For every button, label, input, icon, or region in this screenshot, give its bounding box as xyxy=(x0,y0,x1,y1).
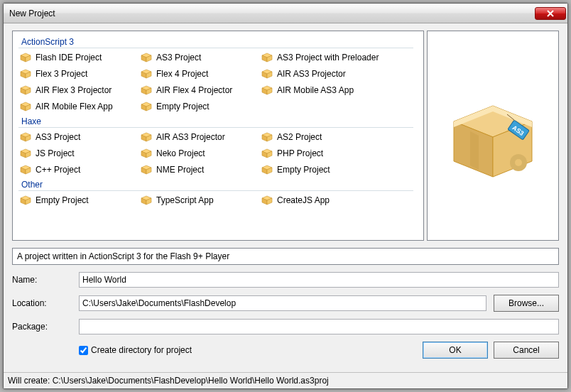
template-label: Flash IDE Project xyxy=(36,53,102,62)
template-item[interactable]: Flex 3 Project xyxy=(18,66,139,81)
template-item[interactable]: C++ Project xyxy=(18,162,139,177)
template-label: TypeScript App xyxy=(156,195,214,205)
svg-point-13 xyxy=(515,159,522,166)
category-grid: Flash IDE ProjectAS3 ProjectAS3 Project … xyxy=(18,50,422,114)
window-title: New Project xyxy=(9,9,535,18)
template-label: Flex 3 Project xyxy=(36,69,87,79)
box-icon xyxy=(20,52,31,63)
preview-panel: AS3 xyxy=(427,31,559,241)
box-icon xyxy=(261,148,273,159)
box-icon xyxy=(261,131,273,143)
template-item[interactable]: Empty Project xyxy=(139,99,260,114)
template-label: AIR Mobile Flex App xyxy=(36,102,113,111)
box-icon xyxy=(20,148,31,159)
box-icon xyxy=(20,101,31,112)
box-icon xyxy=(20,195,31,206)
template-label: AIR Flex 4 Projector xyxy=(156,85,232,95)
template-label: PHP Project xyxy=(277,148,323,158)
template-label: AS3 Project xyxy=(36,132,80,142)
template-label: CreateJS App xyxy=(277,195,330,205)
browse-button[interactable]: Browse... xyxy=(494,295,559,312)
template-label: AS2 Project xyxy=(277,132,322,142)
template-label: AS3 Project with Preloader xyxy=(277,53,379,62)
template-item[interactable]: Flash IDE Project xyxy=(18,50,139,65)
template-item[interactable]: AIR AS3 Projector xyxy=(260,66,409,81)
template-item[interactable]: AS3 Project with Preloader xyxy=(260,50,409,65)
template-label: Empty Project xyxy=(277,165,330,175)
template-item[interactable]: PHP Project xyxy=(260,146,409,160)
template-item[interactable]: AIR Mobile Flex App xyxy=(18,99,139,114)
category-grid: Empty ProjectTypeScript AppCreateJS App xyxy=(18,192,422,207)
template-label: AIR Mobile AS3 App xyxy=(277,85,354,95)
client-area: ActionScript 3Flash IDE ProjectAS3 Proje… xyxy=(4,23,567,372)
close-icon xyxy=(547,10,554,17)
category-grid: AS3 ProjectAIR AS3 ProjectorAS2 ProjectJ… xyxy=(18,129,422,177)
box-icon xyxy=(261,195,273,206)
category-header: Other xyxy=(18,178,413,191)
template-item[interactable]: Flex 4 Project xyxy=(139,66,260,81)
box-icon xyxy=(20,164,31,175)
template-item[interactable]: AS3 Project xyxy=(18,129,139,144)
box-icon xyxy=(141,68,152,80)
template-item[interactable]: Neko Project xyxy=(139,146,260,160)
name-input[interactable] xyxy=(79,272,559,288)
new-project-window: New Project ActionScript 3Flash IDE Proj… xyxy=(3,3,568,389)
template-item[interactable]: AIR Flex 3 Projector xyxy=(18,82,139,97)
template-label: AIR AS3 Projector xyxy=(277,69,346,79)
template-item[interactable]: AIR Flex 4 Projector xyxy=(139,82,260,97)
template-label: Empty Project xyxy=(36,195,89,205)
name-row: Name: xyxy=(12,272,559,288)
box-icon xyxy=(141,101,152,112)
template-item[interactable]: AIR Mobile AS3 App xyxy=(260,82,409,97)
preview-box-icon: AS3 xyxy=(443,86,543,185)
template-item[interactable]: Empty Project xyxy=(18,192,139,207)
location-row: Location: Browse... xyxy=(12,295,559,312)
template-label: AS3 Project xyxy=(156,53,201,62)
template-label: JS Project xyxy=(36,148,75,158)
template-list[interactable]: ActionScript 3Flash IDE ProjectAS3 Proje… xyxy=(12,31,424,241)
box-icon xyxy=(261,85,273,96)
template-item[interactable]: NME Project xyxy=(139,162,260,177)
box-icon xyxy=(261,164,273,175)
location-label: Location: xyxy=(12,298,72,308)
template-item[interactable]: CreateJS App xyxy=(260,192,409,207)
titlebar[interactable]: New Project xyxy=(4,4,567,23)
svg-marker-11 xyxy=(470,131,479,170)
box-icon xyxy=(141,85,152,96)
create-directory-label[interactable]: Create directory for project xyxy=(79,345,417,355)
template-label: Neko Project xyxy=(156,148,205,158)
box-icon xyxy=(20,68,31,80)
template-item[interactable]: TypeScript App xyxy=(139,192,260,207)
box-icon xyxy=(141,148,152,159)
box-icon xyxy=(261,52,273,63)
box-icon xyxy=(141,131,152,143)
box-icon xyxy=(261,68,273,80)
box-icon xyxy=(141,52,152,63)
template-item[interactable]: AS3 Project xyxy=(139,50,260,65)
template-label: Empty Project xyxy=(156,102,210,111)
package-input[interactable] xyxy=(79,319,559,334)
ok-button[interactable]: OK xyxy=(423,342,488,359)
template-item[interactable]: AIR AS3 Projector xyxy=(139,129,260,144)
template-item[interactable]: Empty Project xyxy=(260,162,409,177)
location-input[interactable] xyxy=(79,295,486,311)
box-icon xyxy=(141,164,152,175)
create-directory-checkbox[interactable] xyxy=(79,346,88,355)
template-description: A project written in ActionScript 3 for … xyxy=(12,248,559,265)
template-item[interactable]: AS2 Project xyxy=(260,129,409,144)
status-bar: Will create: C:\Users\Jake\Documents\Fla… xyxy=(4,372,567,388)
box-icon xyxy=(141,195,152,206)
name-label: Name: xyxy=(12,275,72,285)
create-directory-text: Create directory for project xyxy=(91,345,192,355)
template-label: C++ Project xyxy=(36,165,80,175)
category-header: Haxe xyxy=(18,115,413,128)
box-icon xyxy=(20,85,31,96)
template-label: AIR AS3 Projector xyxy=(156,132,225,142)
cancel-button[interactable]: Cancel xyxy=(494,342,559,359)
template-item[interactable]: JS Project xyxy=(18,146,139,160)
template-label: NME Project xyxy=(156,165,204,175)
template-label: Flex 4 Project xyxy=(156,69,208,79)
close-button[interactable] xyxy=(535,7,566,20)
package-row: Package: xyxy=(12,319,559,334)
box-icon xyxy=(20,131,31,143)
